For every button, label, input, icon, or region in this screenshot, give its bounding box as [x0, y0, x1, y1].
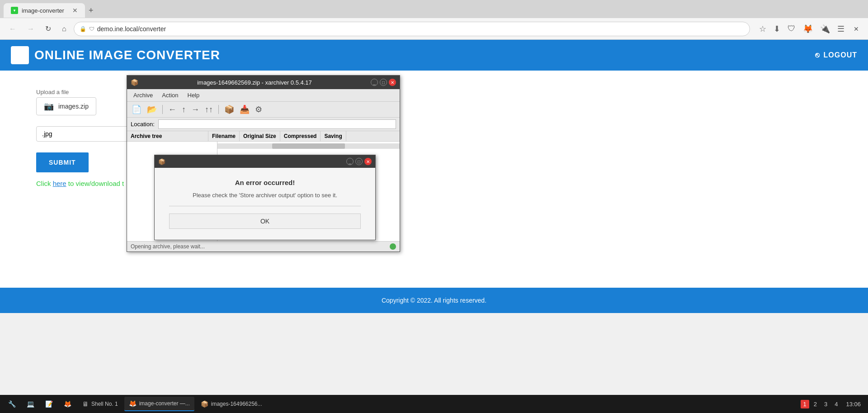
workspace-4[interactable]: 4: [832, 400, 840, 408]
error-titlebar: 📦 _ □ ✕: [155, 155, 375, 168]
location-bar: Location:: [127, 118, 400, 131]
error-dialog: 📦 _ □ ✕ An error occurred! Please check …: [154, 155, 376, 240]
minimize-button[interactable]: _: [371, 79, 378, 86]
terminal-icon: 🖥: [82, 400, 89, 408]
xarchiver-icon: 📦: [131, 79, 138, 86]
error-maximize-button[interactable]: □: [355, 158, 363, 165]
col-saving: Saving: [321, 131, 346, 141]
archive-header: Archive tree Filename Original Size Comp…: [127, 131, 400, 142]
taskbar-shell-label: Shell No. 1: [91, 401, 118, 407]
app-footer: Copyright © 2022. All rights reserved.: [0, 288, 868, 313]
forward-button[interactable]: →: [24, 23, 38, 35]
app-header: ONLINE IMAGE CONVERTER ⎋ LOGOUT: [0, 40, 868, 71]
app-logo-icon: [11, 46, 29, 64]
col-archive-tree: Archive tree: [127, 131, 208, 141]
taskbar-converter-label: image-converter —...: [139, 400, 190, 407]
add-button[interactable]: 📥: [238, 104, 251, 115]
error-close-button[interactable]: ✕: [364, 158, 372, 165]
status-indicator: [390, 243, 396, 250]
address-bar[interactable]: 🔒 🛡 demo.ine.local/converter: [74, 22, 750, 36]
status-text: Opening archive, please wait...: [131, 243, 205, 250]
app-title: ONLINE IMAGE CONVERTER: [34, 48, 220, 62]
menu-action[interactable]: Action: [157, 90, 183, 100]
menu-icon[interactable]: ☰: [835, 22, 846, 36]
taskbar-time: 13:06: [842, 401, 864, 408]
xarchiver-close-button[interactable]: ✕: [389, 79, 396, 86]
desktop-icon: 💻: [27, 400, 34, 408]
home-button[interactable]: ⌂: [58, 23, 70, 35]
taskbar-workspace-nums: 1 2 3 4: [801, 400, 841, 408]
col-filename: Filename: [208, 131, 240, 141]
error-icon: 📦: [158, 158, 165, 165]
security-icon: 🔒: [80, 26, 86, 32]
col-original-size: Original Size: [240, 131, 280, 141]
shield-icon: 🛡: [89, 26, 94, 32]
menu-archive[interactable]: Archive: [129, 90, 157, 100]
error-message: Please check the 'Store archiver output'…: [169, 192, 361, 199]
workspace-3[interactable]: 3: [821, 400, 830, 408]
back-nav-button[interactable]: ←: [166, 104, 178, 115]
up-nav-button[interactable]: ↑: [180, 104, 188, 115]
logout-button[interactable]: ⎋ LOGOUT: [815, 51, 857, 59]
scrollbar-thumb[interactable]: [272, 143, 345, 149]
xarchiver-controls: _ □ ✕: [371, 79, 396, 86]
root-nav-button[interactable]: ↑↑: [203, 104, 215, 115]
back-button[interactable]: ←: [5, 23, 20, 35]
location-input[interactable]: [158, 119, 396, 129]
browser-controls: ← → ↻ ⌂ 🔒 🛡 demo.ine.local/converter ☆ ⬇…: [0, 18, 868, 40]
taskbar-item-xarchiver[interactable]: 📦 images-164966256...: [196, 397, 267, 411]
toolbar-separator: [162, 105, 163, 114]
main-content: Upload a file 📷 images.zip .jpg .png .gi…: [0, 71, 868, 288]
extract-button[interactable]: 📦: [222, 104, 236, 115]
toolbar-separator2: [218, 105, 219, 114]
error-ok-button[interactable]: OK: [169, 214, 361, 229]
taskbar-item-desktop[interactable]: 💻: [22, 397, 39, 411]
bookmark-icon[interactable]: ☆: [757, 22, 768, 36]
taskbar-xarchiver-icon: 📦: [201, 400, 208, 408]
download-link[interactable]: here: [53, 180, 66, 187]
taskbar: 🔧 💻 📝 🦊 🖥 Shell No. 1 🦊 image-converter …: [0, 395, 868, 413]
taskbar-item-shell[interactable]: 🖥 Shell No. 1: [78, 397, 123, 411]
scrollbar-area: [217, 143, 400, 149]
firefox-icon[interactable]: 🦊: [801, 22, 815, 36]
new-tab-button[interactable]: +: [85, 4, 97, 17]
url-text: demo.ine.local/converter: [97, 25, 744, 33]
maximize-button[interactable]: □: [380, 79, 387, 86]
shield2-icon[interactable]: 🛡: [786, 22, 797, 35]
xarchiver-toolbar: 📄 📂 ← ↑ → ↑↑ 📦 📥 ⚙: [127, 102, 400, 118]
wrench-icon: 🔧: [8, 400, 16, 408]
submit-button[interactable]: SUBMIT: [36, 152, 89, 172]
upload-box[interactable]: 📷 images.zip: [36, 97, 96, 115]
tab-favicon-icon: [11, 7, 18, 14]
browser-tab[interactable]: image-converter ✕: [4, 3, 85, 18]
taskbar-item-browser-icon[interactable]: 🦊: [59, 397, 76, 411]
browser-right-icons: ☆ ⬇ 🛡 🦊 🔌 ☰ ✕: [757, 22, 863, 36]
options-button[interactable]: ⚙: [253, 104, 264, 115]
workspace-2[interactable]: 2: [811, 400, 820, 408]
tab-close-button[interactable]: ✕: [72, 7, 78, 14]
download-msg-prefix: Click: [36, 180, 53, 187]
new-archive-button[interactable]: 📄: [130, 104, 143, 115]
menu-help[interactable]: Help: [183, 90, 204, 100]
error-minimize-button[interactable]: _: [346, 158, 354, 165]
close-browser-button[interactable]: ✕: [850, 24, 863, 34]
taskbar-item-converter[interactable]: 🦊 image-converter —...: [124, 397, 194, 411]
location-label: Location:: [131, 121, 155, 128]
taskbar-xarchiver-label: images-164966256...: [211, 401, 262, 407]
forward-nav-button[interactable]: →: [189, 104, 201, 115]
error-title-text: An error occurred!: [169, 179, 361, 186]
open-archive-button[interactable]: 📂: [145, 104, 159, 115]
download-icon[interactable]: ⬇: [772, 22, 782, 36]
workspace-1[interactable]: 1: [801, 400, 809, 408]
extensions-icon[interactable]: 🔌: [818, 22, 832, 36]
taskbar-item-settings[interactable]: 🔧: [4, 397, 20, 411]
col-compressed: Compressed: [280, 131, 321, 141]
error-controls: _ □ ✕: [346, 158, 372, 165]
reload-button[interactable]: ↻: [42, 23, 55, 35]
error-divider: [169, 206, 361, 206]
download-msg-suffix: to view/download t: [66, 180, 124, 187]
xarchiver-statusbar: Opening archive, please wait...: [127, 241, 400, 252]
taskbar-item-editor[interactable]: 📝: [41, 397, 57, 411]
editor-icon: 📝: [45, 400, 53, 408]
logout-icon: ⎋: [815, 51, 820, 59]
